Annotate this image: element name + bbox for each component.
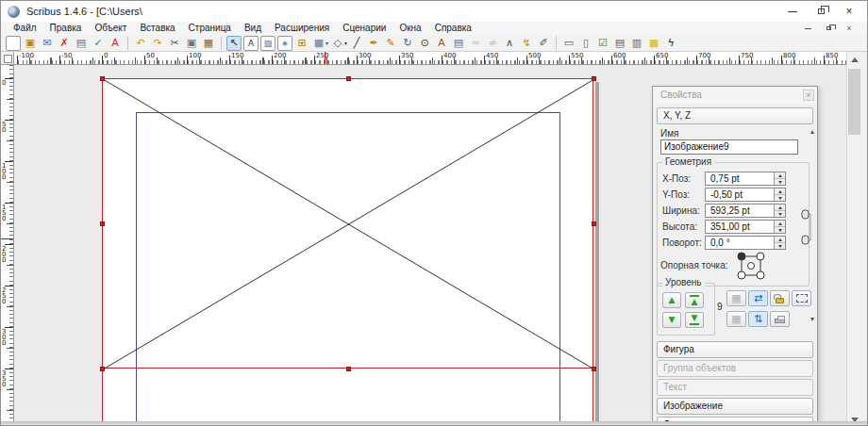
cut-icon[interactable]: ✂ bbox=[167, 36, 182, 51]
spin-down-button[interactable] bbox=[775, 178, 785, 185]
insert-shape-icon[interactable]: ■ bbox=[311, 36, 326, 51]
panel-scroll-up-icon[interactable]: ▴ bbox=[810, 128, 814, 136]
insert-polygon-icon-dropdown[interactable]: ▾ bbox=[344, 40, 347, 46]
pdf-annotation-icon[interactable]: ■ bbox=[646, 36, 661, 51]
spin-down-button[interactable] bbox=[775, 226, 785, 233]
geometry-spinbox-2[interactable]: 593,25 pt bbox=[705, 204, 786, 218]
edit-contents-icon[interactable]: A bbox=[434, 36, 449, 51]
basepoint-selector[interactable] bbox=[734, 249, 768, 283]
lock-size-button[interactable] bbox=[792, 290, 811, 306]
menu-item-1[interactable]: Правка bbox=[43, 22, 89, 35]
menu-item-5[interactable]: Вид bbox=[238, 22, 268, 35]
print-object-button[interactable] bbox=[770, 311, 790, 327]
pdf-list-box-icon[interactable]: ▥ bbox=[629, 36, 644, 51]
raise-to-top-button[interactable]: ▲ bbox=[685, 292, 704, 308]
measurements-icon[interactable]: ∧ bbox=[502, 36, 517, 51]
unlink-text-frames-icon[interactable]: ≠ bbox=[485, 36, 500, 51]
paste-icon[interactable]: ▦ bbox=[201, 36, 216, 51]
print-document-icon[interactable]: ▤ bbox=[74, 36, 89, 51]
selection-handle[interactable] bbox=[100, 76, 105, 81]
raise-button[interactable]: ▲ bbox=[662, 292, 681, 308]
vertical-scrollbar[interactable] bbox=[846, 52, 861, 426]
geometry-spinbox-1[interactable]: -0,50 pt bbox=[705, 188, 786, 202]
copy-icon[interactable]: ▣ bbox=[184, 36, 199, 51]
pdf-link-icon[interactable]: ϟ bbox=[663, 36, 678, 51]
tab-xyz[interactable]: X, Y, Z bbox=[657, 107, 813, 124]
pdf-combo-box-icon[interactable]: ▤ bbox=[612, 36, 627, 51]
undo-icon[interactable]: ↶ bbox=[133, 36, 148, 51]
selection-handle[interactable] bbox=[346, 76, 351, 81]
pdf-checkbox-icon[interactable]: ☑ bbox=[595, 36, 610, 51]
menu-item-9[interactable]: Справка bbox=[428, 22, 478, 35]
save-document-icon[interactable]: ✉ bbox=[40, 36, 55, 51]
redo-icon[interactable]: ↷ bbox=[150, 36, 165, 51]
scrollbar-thumb[interactable] bbox=[848, 69, 860, 135]
rotate-item-icon[interactable]: ↻ bbox=[400, 36, 415, 51]
menu-item-6[interactable]: Расширения bbox=[268, 22, 336, 35]
close-button[interactable]: × bbox=[835, 1, 863, 22]
section-header-текст[interactable]: Текст bbox=[657, 379, 813, 396]
vertical-ruler[interactable]: 05 01 0 01 5 02 0 02 5 03 0 03 5 0 bbox=[1, 65, 14, 426]
menu-item-3[interactable]: Вставка bbox=[133, 22, 181, 35]
insert-shape-icon-dropdown[interactable]: ▾ bbox=[326, 40, 328, 46]
geometry-spinbox-4[interactable]: 0,0 ° bbox=[705, 236, 786, 250]
lock-object-button[interactable]: ▦ bbox=[726, 290, 746, 306]
geometry-spinbox-0[interactable]: 0,75 pt bbox=[705, 172, 786, 186]
panel-close-icon[interactable]: × bbox=[803, 90, 814, 101]
panel-scroll-down-icon[interactable]: ▾ bbox=[810, 316, 814, 323]
selection-handle[interactable] bbox=[346, 367, 351, 371]
selection-handle[interactable] bbox=[592, 367, 596, 371]
panel-title-bar[interactable]: Свойства × bbox=[653, 87, 817, 104]
export-pdf-icon[interactable]: A bbox=[108, 36, 123, 51]
flip-horizontal-button[interactable]: ⇄ bbox=[748, 290, 768, 306]
insert-line-icon[interactable]: ╱ bbox=[349, 36, 364, 51]
mdi-close-button[interactable]: × bbox=[843, 24, 856, 34]
zoom-icon[interactable]: ⊙ bbox=[417, 36, 432, 51]
link-width-height-icon[interactable] bbox=[801, 209, 812, 245]
close-document-icon[interactable]: ✗ bbox=[57, 36, 72, 51]
mdi-minimize-button[interactable] bbox=[801, 24, 814, 34]
insert-polygon-icon[interactable]: ◇ bbox=[330, 36, 345, 51]
menu-item-8[interactable]: Окна bbox=[392, 22, 427, 35]
minimize-button[interactable] bbox=[778, 1, 807, 22]
selection-handle[interactable] bbox=[100, 367, 105, 371]
object-name-input[interactable]: Изображение9 bbox=[660, 139, 798, 155]
menu-item-2[interactable]: Объект bbox=[88, 22, 133, 35]
lower-button[interactable]: ▼ bbox=[662, 312, 681, 328]
menu-item-4[interactable]: Страница bbox=[182, 22, 238, 35]
story-editor-icon[interactable]: ▤ bbox=[451, 36, 466, 51]
pdf-push-button-icon[interactable]: ▭ bbox=[561, 36, 576, 51]
copy-properties-icon[interactable]: ↯ bbox=[519, 36, 534, 51]
selection-handle[interactable] bbox=[100, 221, 105, 226]
horizontal-ruler[interactable]: -100-50050100150200250300350400450500550… bbox=[14, 52, 848, 65]
scroll-up-button[interactable] bbox=[847, 52, 862, 67]
flip-vertical-button[interactable]: ⇅ bbox=[748, 311, 768, 327]
insert-freehand-icon[interactable]: ✎ bbox=[383, 36, 398, 51]
insert-image-frame-icon[interactable]: ▨ bbox=[260, 36, 275, 51]
link-text-frames-icon[interactable]: ≈ bbox=[468, 36, 483, 51]
restore-button[interactable] bbox=[807, 1, 835, 22]
geometry-spinbox-3[interactable]: 351,00 pt bbox=[705, 220, 786, 234]
section-header-изображение[interactable]: Изображение bbox=[657, 398, 813, 415]
menu-item-0[interactable]: Файл bbox=[7, 22, 43, 35]
select-item-icon[interactable]: ↖ bbox=[226, 36, 242, 51]
lower-to-bottom-button[interactable]: ▼ bbox=[685, 312, 704, 328]
selection-handle[interactable] bbox=[592, 221, 596, 226]
new-document-icon[interactable] bbox=[6, 36, 21, 51]
insert-text-frame-icon[interactable]: A bbox=[243, 36, 259, 51]
spin-down-button[interactable] bbox=[775, 210, 785, 217]
mdi-restore-button[interactable] bbox=[822, 24, 835, 34]
insert-table-icon[interactable]: ⊞ bbox=[294, 36, 309, 51]
insert-render-frame-icon[interactable]: ∗ bbox=[277, 36, 292, 51]
spin-down-button[interactable] bbox=[775, 242, 785, 249]
image-frame[interactable] bbox=[102, 78, 593, 369]
section-header-группа-объектов[interactable]: Группа объектов bbox=[657, 360, 813, 377]
lock-button[interactable] bbox=[770, 290, 790, 306]
ruler-origin-box[interactable] bbox=[1, 52, 14, 65]
preflight-verifier-icon[interactable]: ✓ bbox=[91, 36, 106, 51]
open-document-icon[interactable]: ▣ bbox=[23, 36, 38, 51]
pdf-text-field-icon[interactable]: ▯ bbox=[578, 36, 593, 51]
eye-dropper-icon[interactable]: ✐ bbox=[536, 36, 551, 51]
spin-down-button[interactable] bbox=[775, 194, 785, 201]
insert-bezier-icon[interactable]: ✒ bbox=[366, 36, 381, 51]
